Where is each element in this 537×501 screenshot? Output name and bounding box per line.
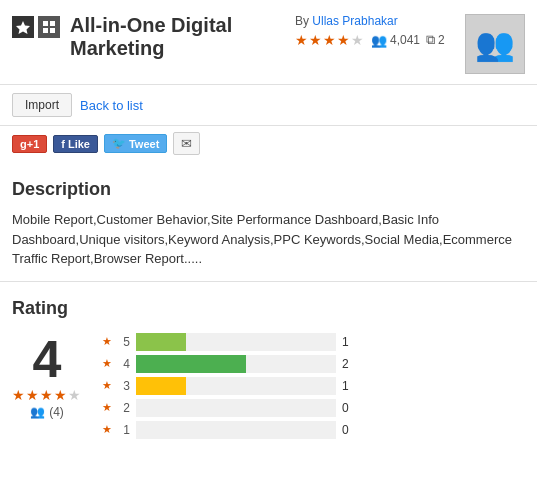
bar-track <box>136 333 336 351</box>
social-bar: g+1 f Like 🐦 Tweet ✉ <box>0 126 537 163</box>
bar-star-icon: ★ <box>102 357 112 370</box>
fb-icon: f <box>61 138 65 150</box>
bar-star-label: 1 <box>118 423 130 437</box>
author-link[interactable]: Ullas Prabhakar <box>312 14 397 28</box>
svg-marker-0 <box>16 21 30 34</box>
rating-bars: ★51★42★31★20★10 <box>102 333 525 443</box>
plugin-header: All-in-One Digital Marketing By Ullas Pr… <box>0 0 537 85</box>
rating-count: (4) <box>49 405 64 419</box>
rating-title: Rating <box>12 298 525 319</box>
facebook-like-button[interactable]: f Like <box>53 135 98 153</box>
tw-label: Tweet <box>129 138 159 150</box>
action-bar: Import Back to list <box>0 85 537 126</box>
rating-bar-row: ★10 <box>102 421 525 439</box>
bar-star-icon: ★ <box>102 401 112 414</box>
description-text: Mobile Report,Customer Behavior,Site Per… <box>12 210 525 269</box>
rating-section: Rating 4 ★★★★★ 👥 (4) ★51★42★31★20★10 <box>0 282 537 459</box>
svg-rect-1 <box>43 21 48 26</box>
plugin-icon-star <box>12 16 34 38</box>
rating-bar-row: ★20 <box>102 399 525 417</box>
back-to-list-link[interactable]: Back to list <box>80 98 143 113</box>
plugin-thumbnail: 👥 <box>465 14 525 74</box>
rating-count-icon: 👥 <box>30 405 45 419</box>
bar-count: 1 <box>342 335 358 349</box>
plugin-title: All-in-One Digital Marketing <box>70 14 285 60</box>
g1-label: g+1 <box>20 138 39 150</box>
svg-rect-4 <box>50 28 55 33</box>
description-section: Description Mobile Report,Customer Behav… <box>0 163 537 282</box>
rating-count-row: 👥 (4) <box>30 405 64 419</box>
plugin-icon-grid <box>38 16 60 38</box>
email-button[interactable]: ✉ <box>173 132 200 155</box>
bar-track <box>136 399 336 417</box>
author-line: By Ullas Prabhakar <box>295 14 398 28</box>
bar-track <box>136 421 336 439</box>
bar-track <box>136 355 336 373</box>
bar-star-label: 5 <box>118 335 130 349</box>
rating-big-stars: ★★★★★ <box>12 387 82 403</box>
svg-rect-2 <box>50 21 55 26</box>
bar-track <box>136 377 336 395</box>
bar-count: 1 <box>342 379 358 393</box>
copy-count: ⧉ 2 <box>426 32 445 48</box>
rating-body: 4 ★★★★★ 👥 (4) ★51★42★31★20★10 <box>12 333 525 443</box>
users-icon: 👥 <box>371 33 387 48</box>
header-rating-row: ★★★★★ 👥 4,041 ⧉ 2 <box>295 32 445 48</box>
bar-count: 0 <box>342 423 358 437</box>
copy-icon: ⧉ <box>426 32 435 48</box>
thumbnail-icon: 👥 <box>475 25 515 63</box>
description-title: Description <box>12 179 525 200</box>
plugin-icons <box>12 16 60 38</box>
bar-count: 2 <box>342 357 358 371</box>
bar-star-label: 2 <box>118 401 130 415</box>
email-icon: ✉ <box>181 136 192 151</box>
bar-star-label: 3 <box>118 379 130 393</box>
svg-rect-3 <box>43 28 48 33</box>
bar-fill <box>136 333 186 351</box>
bar-fill <box>136 355 246 373</box>
bar-fill <box>136 377 186 395</box>
bar-count: 0 <box>342 401 358 415</box>
twitter-tweet-button[interactable]: 🐦 Tweet <box>104 134 167 153</box>
rating-bar-row: ★31 <box>102 377 525 395</box>
bar-star-icon: ★ <box>102 335 112 348</box>
header-stars: ★★★★★ <box>295 32 365 48</box>
tw-icon: 🐦 <box>112 137 126 150</box>
plugin-meta: By Ullas Prabhakar ★★★★★ 👥 4,041 ⧉ 2 <box>295 14 455 48</box>
bar-star-icon: ★ <box>102 379 112 392</box>
fb-label: Like <box>68 138 90 150</box>
google-plus-button[interactable]: g+1 <box>12 135 47 153</box>
rating-bar-row: ★51 <box>102 333 525 351</box>
rating-bar-row: ★42 <box>102 355 525 373</box>
author-prefix: By <box>295 14 309 28</box>
rating-big-display: 4 ★★★★★ 👥 (4) <box>12 333 82 419</box>
bar-star-icon: ★ <box>102 423 112 436</box>
rating-big-number: 4 <box>33 333 62 385</box>
install-count: 👥 4,041 <box>371 33 420 48</box>
import-button[interactable]: Import <box>12 93 72 117</box>
bar-star-label: 4 <box>118 357 130 371</box>
